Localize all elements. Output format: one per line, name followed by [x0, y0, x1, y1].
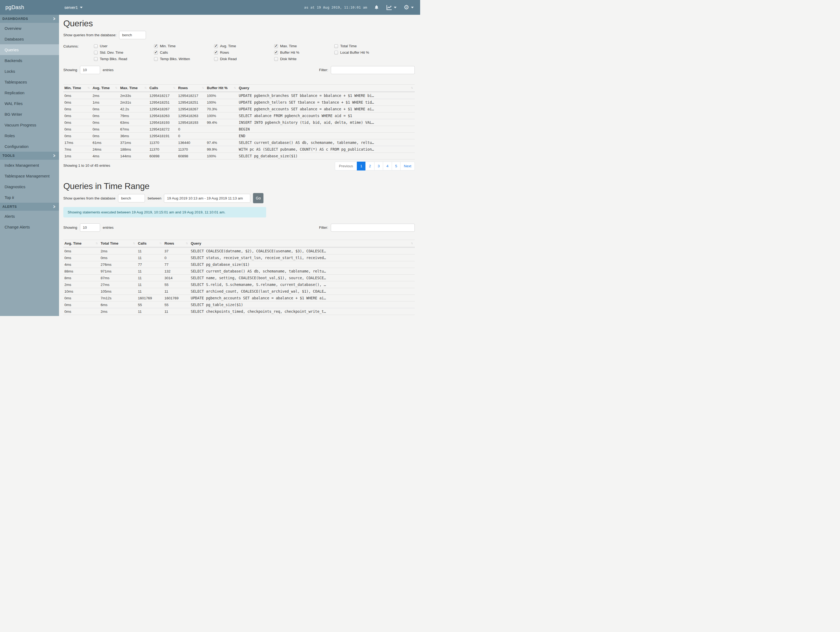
checkbox-disk-read[interactable]: [214, 57, 218, 61]
checkbox-calls[interactable]: [154, 51, 158, 54]
sidebar-section-dashboards[interactable]: DASHBOARDS>: [0, 15, 59, 23]
query-link[interactable]: UPDATE pgbench_tellers SET tbalance = tb…: [238, 99, 415, 106]
sidebar-item-replication[interactable]: Replication: [0, 87, 59, 98]
column-header-calls[interactable]: Calls↑↓: [148, 85, 177, 92]
server-selector[interactable]: server1: [65, 5, 83, 10]
page-button-next[interactable]: Next: [400, 162, 415, 171]
sidebar-item-wal-files[interactable]: WAL Files: [0, 98, 59, 109]
sidebar-item-configuration[interactable]: Configuration: [0, 141, 59, 152]
checkbox-local-buffer-hit[interactable]: [334, 51, 338, 54]
date-range-input[interactable]: [164, 194, 250, 203]
page-button-previous[interactable]: Previous: [335, 162, 357, 171]
column-header-max-time[interactable]: Max. Time↑↓: [119, 85, 148, 92]
query-link[interactable]: SELECT name, setting, COALESCE(boot_val,…: [189, 275, 415, 281]
sidebar-item-vacuum-progress[interactable]: Vacuum Progress: [0, 119, 59, 130]
query-link[interactable]: SELECT current_database() AS db, scheman…: [238, 139, 415, 146]
sidebar-item-index-management[interactable]: Index Management: [0, 160, 59, 171]
time-range-title: Queries in Time Range: [63, 181, 415, 191]
checkbox-buffer-hit[interactable]: [274, 51, 278, 54]
charts-menu-button[interactable]: [386, 5, 396, 10]
checkbox-std-dev-time[interactable]: [94, 51, 98, 54]
database-input[interactable]: [118, 194, 145, 203]
cell: 55: [137, 301, 163, 308]
sidebar-item-queries[interactable]: Queries: [0, 44, 59, 55]
column-header-avg-time[interactable]: Avg. Time↑↓: [63, 240, 99, 247]
sidebar-item-alerts[interactable]: Alerts: [0, 211, 59, 222]
checkbox-temp-blks-read[interactable]: [94, 57, 98, 61]
query-link[interactable]: SELECT status, receive_start_lsn, receiv…: [189, 255, 415, 261]
cell: 27ms: [99, 281, 137, 288]
sidebar-item-roles[interactable]: Roles: [0, 130, 59, 141]
column-header-query[interactable]: Query↑↓: [238, 85, 415, 92]
checkbox-temp-blks-written[interactable]: [154, 57, 158, 61]
table-row: 7ms24ms188ms113701137099.9%WITH pc AS (S…: [63, 146, 415, 153]
query-link[interactable]: SELECT current_database() AS db, scheman…: [189, 268, 415, 275]
settings-menu-button[interactable]: ⚙: [404, 4, 414, 11]
brand-logo[interactable]: pgDash: [5, 4, 59, 11]
column-toggle-temp-blks-read: Temp Blks. Read: [94, 57, 154, 61]
query-link[interactable]: UPDATE pgbench_branches SET bbalance = b…: [238, 92, 415, 99]
sidebar-item-bg-writer[interactable]: BG Writer: [0, 109, 59, 119]
entries-count-input[interactable]: [80, 223, 100, 232]
sidebar-section-tools[interactable]: TOOLS>: [0, 152, 59, 160]
column-header-rows[interactable]: Rows↑↓: [177, 85, 206, 92]
column-header-min-time[interactable]: Min. Time↑↓: [63, 85, 92, 92]
page-button-3[interactable]: 3: [374, 162, 384, 171]
sidebar-item-databases[interactable]: Databases: [0, 33, 59, 44]
page-button-2[interactable]: 2: [365, 162, 374, 171]
column-header-calls[interactable]: Calls↑↓: [137, 240, 163, 247]
query-link[interactable]: UPDATE pgbench_accounts SET abalance = a…: [238, 106, 415, 112]
sidebar-item-overview[interactable]: Overview: [0, 23, 59, 33]
query-link[interactable]: SELECT pg_database_size($1): [238, 153, 415, 160]
sidebar-item-tablespaces[interactable]: Tablespaces: [0, 76, 59, 87]
cell: 1295418217: [148, 92, 177, 99]
filter-input[interactable]: [331, 66, 415, 74]
column-header-query[interactable]: Query↑↓: [189, 240, 415, 247]
sort-icon: ↑↓: [234, 86, 235, 89]
column-header-total-time[interactable]: Total Time↑↓: [99, 240, 137, 247]
sidebar-section-alerts[interactable]: ALERTS>: [0, 203, 59, 211]
cell: [206, 126, 238, 133]
sidebar-item-top-k[interactable]: Topk: [0, 192, 59, 203]
checkbox-disk-write[interactable]: [274, 57, 278, 61]
query-link[interactable]: INSERT INTO pgbench_history (tid, bid, a…: [238, 119, 415, 126]
cell: 1601769: [163, 295, 189, 301]
checkbox-column: Max. TimeBuffer Hit %Disk Write: [274, 44, 334, 61]
checkbox-total-time[interactable]: [334, 44, 338, 48]
query-link[interactable]: SELECT checkpoints_timed, checkpoints_re…: [189, 308, 415, 315]
checkbox-user[interactable]: [94, 44, 98, 48]
checkbox-avg-time[interactable]: [214, 44, 218, 48]
query-link[interactable]: SELECT archived_count, COALESCE(last_arc…: [189, 288, 415, 295]
checkbox-rows[interactable]: [214, 51, 218, 54]
column-header-rows[interactable]: Rows↑↓: [163, 240, 189, 247]
query-link[interactable]: SELECT pg_table_size($1): [189, 301, 415, 308]
column-header-avg-time[interactable]: Avg. Time↑↓: [92, 85, 119, 92]
checkbox-min-time[interactable]: [154, 44, 158, 48]
column-toggle-user: User: [94, 44, 154, 48]
go-button[interactable]: Go: [253, 193, 264, 203]
query-link[interactable]: END: [238, 133, 415, 139]
filter-input[interactable]: [331, 223, 415, 232]
cell: 11370: [177, 146, 206, 153]
query-link[interactable]: UPDATE pgbench_accounts SET abalance = a…: [189, 295, 415, 301]
query-link[interactable]: SELECT S.relid, S.schemaname, S.relname,…: [189, 281, 415, 288]
checkbox-max-time[interactable]: [274, 44, 278, 48]
sidebar-item-diagnostics[interactable]: Diagnostics: [0, 181, 59, 192]
query-link[interactable]: SELECT pg_database_size($1): [189, 261, 415, 268]
sidebar-item-locks[interactable]: Locks: [0, 66, 59, 76]
page-button-4[interactable]: 4: [383, 162, 392, 171]
database-input[interactable]: [119, 31, 146, 39]
page-button-1[interactable]: 1: [357, 162, 366, 171]
query-link[interactable]: WITH pc AS (SELECT pubname, COUNT(*) AS …: [238, 146, 415, 153]
sidebar-item-change-alerts[interactable]: Change Alerts: [0, 222, 59, 232]
page-button-5[interactable]: 5: [392, 162, 401, 171]
entries-count-input[interactable]: [80, 66, 100, 74]
sidebar-item-tablespace-management[interactable]: Tablespace Management: [0, 171, 59, 181]
query-link[interactable]: SELECT COALESCE(datname, $2), COALESCE(u…: [189, 247, 415, 255]
query-link[interactable]: SELECT abalance FROM pgbench_accounts WH…: [238, 112, 415, 119]
column-header-buffer-hit[interactable]: Buffer Hit %↑↓: [206, 85, 238, 92]
table-footer: Showing 1 to 10 of 45 entries Previous12…: [63, 162, 415, 171]
notifications-button[interactable]: [374, 5, 379, 10]
sidebar-item-backends[interactable]: Backends: [0, 55, 59, 66]
query-link[interactable]: BEGIN: [238, 126, 415, 133]
